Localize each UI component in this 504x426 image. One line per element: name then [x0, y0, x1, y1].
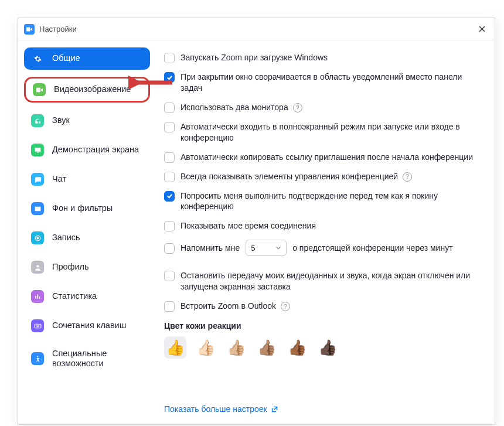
- checkbox[interactable]: [164, 103, 175, 113]
- skin-tone-option[interactable]: 👍🏻: [195, 336, 217, 359]
- chat-icon: [31, 173, 44, 186]
- skin-tone-option[interactable]: 👍🏾: [286, 336, 308, 359]
- help-icon[interactable]: ?: [281, 302, 290, 311]
- sidebar-item-shortcuts[interactable]: Сочетания клавиш: [24, 315, 150, 337]
- checkbox[interactable]: [164, 221, 175, 231]
- option-label: При закрытии окно сворачивается в област…: [181, 71, 484, 94]
- reminder-label-after: о предстоящей конференции через минут: [292, 243, 452, 253]
- option-label: Использовать два монитора ?: [181, 102, 484, 113]
- checkbox[interactable]: [164, 152, 175, 163]
- sidebar-item-label: Фон и фильтры: [52, 203, 113, 213]
- video-icon: [33, 83, 46, 96]
- checkbox[interactable]: [164, 72, 175, 83]
- sidebar-item-chat[interactable]: Чат: [24, 168, 150, 190]
- chevron-down-icon: [275, 244, 281, 253]
- option-stop-av-on-screensaver: Остановить передачу моих видеоданных и з…: [164, 270, 484, 292]
- profile-icon: [31, 261, 44, 274]
- sidebar-item-screenshare[interactable]: Демонстрация экрана: [24, 139, 150, 161]
- sidebar-item-audio[interactable]: Звук: [24, 110, 150, 132]
- option-label: Запускать Zoom при загрузке Windows: [181, 52, 484, 63]
- headphones-icon: [31, 114, 44, 127]
- option-dual-monitors: Использовать два монитора ?: [164, 102, 484, 113]
- checkbox[interactable]: [164, 53, 175, 63]
- reminder-label-before: Напомнить мне: [181, 243, 240, 253]
- stats-icon: [31, 290, 44, 303]
- sidebar-item-general[interactable]: Общие: [24, 47, 150, 70]
- record-icon: [31, 231, 44, 244]
- option-label: Показывать мое время соединения: [181, 220, 484, 231]
- sidebar-item-label: Демонстрация экрана: [52, 145, 139, 155]
- checkbox[interactable]: [164, 271, 175, 281]
- sidebar-item-label: Статистика: [52, 291, 97, 301]
- svg-point-4: [37, 356, 38, 357]
- option-start-with-windows: Запускать Zoom при загрузке Windows: [164, 52, 484, 63]
- keyboard-icon: [31, 319, 44, 332]
- sidebar-item-label: Общие: [52, 53, 80, 63]
- sidebar-item-label: Сочетания клавиш: [52, 321, 126, 330]
- option-outlook-integration: Встроить Zoom в Outlook ?: [164, 301, 484, 312]
- share-screen-icon: [31, 144, 44, 156]
- window-body: Общие Видеоизображение Звук Демонстрация…: [18, 40, 495, 424]
- sidebar-item-label: Специальные возможности: [52, 349, 143, 369]
- accessibility-icon: [31, 352, 44, 365]
- sidebar-item-label: Видеоизображение: [54, 84, 131, 94]
- option-reminder: Напомнить мне 5 о предстоящей конференци…: [164, 240, 484, 256]
- gear-icon: [31, 52, 44, 65]
- svg-point-2: [36, 265, 39, 267]
- sidebar-item-video[interactable]: Видеоизображение: [24, 77, 150, 103]
- svg-rect-3: [35, 324, 41, 328]
- option-label: Остановить передачу моих видеоданных и з…: [181, 270, 484, 292]
- external-link-icon: [271, 405, 278, 413]
- option-label: Автоматически копировать ссылку приглаше…: [181, 152, 484, 163]
- zoom-logo-icon: [24, 24, 35, 35]
- option-always-show-controls: Всегда показывать элементы управления ко…: [164, 171, 484, 182]
- option-confirm-leave: Попросить меня выполнить подтверждение п…: [164, 190, 484, 213]
- titlebar: Настройки: [18, 18, 495, 40]
- option-fullscreen-on-join: Автоматически входить в полноэкранный ре…: [164, 121, 484, 144]
- sidebar: Общие Видеоизображение Звук Демонстрация…: [18, 40, 156, 424]
- checkbox[interactable]: [164, 191, 175, 202]
- sidebar-item-accessibility[interactable]: Специальные возможности: [24, 344, 150, 374]
- sidebar-item-label: Звук: [52, 115, 70, 125]
- help-icon[interactable]: ?: [293, 103, 302, 113]
- window-title: Настройки: [39, 25, 77, 33]
- settings-content: Запускать Zoom при загрузке Windows При …: [156, 40, 495, 424]
- checkbox[interactable]: [164, 122, 175, 132]
- option-label: Автоматически входить в полноэкранный ре…: [181, 121, 484, 144]
- sidebar-item-background[interactable]: Фон и фильтры: [24, 197, 150, 220]
- option-label: Попросить меня выполнить подтверждение п…: [181, 190, 484, 213]
- skin-tone-option[interactable]: 👍: [164, 336, 186, 359]
- option-label: Встроить Zoom в Outlook ?: [181, 301, 484, 312]
- sidebar-item-recording[interactable]: Запись: [24, 227, 150, 249]
- option-label: Всегда показывать элементы управления ко…: [181, 171, 484, 182]
- skin-tone-option[interactable]: 👍🏽: [256, 336, 278, 359]
- skin-tone-title: Цвет кожи реакции: [164, 321, 484, 330]
- option-copy-invite: Автоматически копировать ссылку приглаше…: [164, 152, 484, 163]
- sidebar-item-profile[interactable]: Профиль: [24, 256, 150, 278]
- background-icon: [31, 202, 44, 215]
- settings-window: Настройки Общие Видеоизображение: [18, 18, 495, 425]
- reminder-minutes-select[interactable]: 5: [246, 240, 287, 256]
- skin-tone-option[interactable]: 👍🏼: [225, 336, 247, 359]
- svg-point-1: [36, 237, 39, 239]
- checkbox[interactable]: [164, 301, 175, 312]
- help-icon[interactable]: ?: [403, 172, 412, 182]
- skin-tone-option[interactable]: 👍🏿: [316, 336, 339, 359]
- sidebar-item-label: Профиль: [52, 262, 89, 272]
- skin-tone-row: 👍 👍🏻 👍🏼 👍🏽 👍🏾 👍🏿: [164, 336, 484, 359]
- checkbox[interactable]: [164, 172, 175, 182]
- more-settings-link[interactable]: Показать больше настроек: [164, 404, 484, 416]
- reminder-value: 5: [251, 244, 255, 253]
- option-minimize-to-tray: При закрытии окно сворачивается в област…: [164, 71, 484, 94]
- sidebar-item-statistics[interactable]: Статистика: [24, 285, 150, 308]
- more-settings-label: Показать больше настроек: [164, 404, 267, 414]
- checkbox[interactable]: [164, 243, 175, 254]
- close-button[interactable]: [475, 22, 489, 36]
- sidebar-item-label: Запись: [52, 233, 80, 243]
- sidebar-item-label: Чат: [52, 174, 66, 184]
- option-show-connected-time: Показывать мое время соединения: [164, 220, 484, 231]
